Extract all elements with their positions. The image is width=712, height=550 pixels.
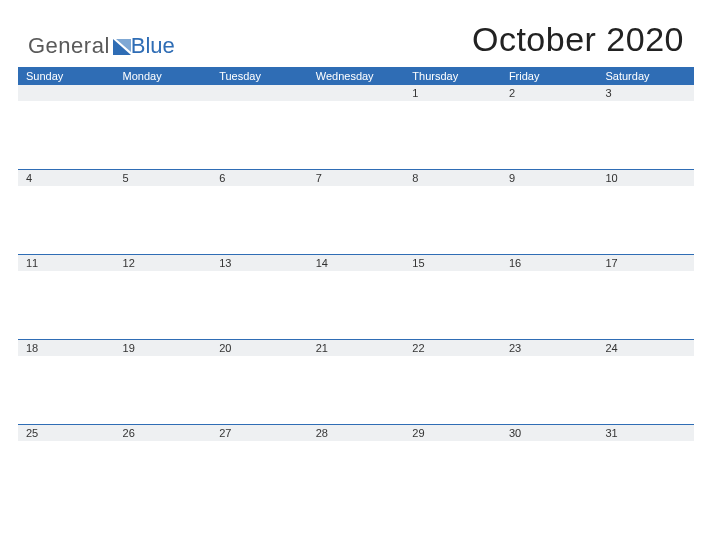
date-number: 27	[219, 427, 231, 439]
day-cell: 30	[501, 425, 598, 509]
date-number: 5	[123, 172, 129, 184]
date-number: 14	[316, 257, 328, 269]
day-cell: 27	[211, 425, 308, 509]
date-number: 29	[412, 427, 424, 439]
date-number: 17	[605, 257, 617, 269]
date-number: 4	[26, 172, 32, 184]
day-cell: 4	[18, 170, 115, 254]
date-number: 15	[412, 257, 424, 269]
day-cell: 6	[211, 170, 308, 254]
day-header-cell: Saturday	[597, 67, 694, 85]
date-band: 16	[501, 255, 598, 271]
date-band: 17	[597, 255, 694, 271]
day-header-cell: Wednesday	[308, 67, 405, 85]
brand-word-2: Blue	[131, 33, 175, 59]
date-band: 6	[211, 170, 308, 186]
date-number: 31	[605, 427, 617, 439]
date-number: 10	[605, 172, 617, 184]
day-header-cell: Thursday	[404, 67, 501, 85]
date-number: 22	[412, 342, 424, 354]
day-cell: 10	[597, 170, 694, 254]
week-row: 25262728293031	[18, 424, 694, 509]
date-band: 25	[18, 425, 115, 441]
date-band: 10	[597, 170, 694, 186]
date-band: 26	[115, 425, 212, 441]
date-band: 12	[115, 255, 212, 271]
date-number: 30	[509, 427, 521, 439]
date-number: 20	[219, 342, 231, 354]
week-row: 11121314151617	[18, 254, 694, 339]
date-number: 28	[316, 427, 328, 439]
day-cell: 11	[18, 255, 115, 339]
day-cell: 31	[597, 425, 694, 509]
day-cell: 17	[597, 255, 694, 339]
day-cell: 8	[404, 170, 501, 254]
brand-word-1: General	[28, 33, 110, 59]
date-band	[308, 85, 405, 101]
date-band: 5	[115, 170, 212, 186]
date-number: 23	[509, 342, 521, 354]
calendar-title: October 2020	[472, 20, 684, 59]
date-band: 23	[501, 340, 598, 356]
date-number: 19	[123, 342, 135, 354]
date-band: 13	[211, 255, 308, 271]
day-cell: 12	[115, 255, 212, 339]
date-number: 2	[509, 87, 515, 99]
day-cell: 1	[404, 85, 501, 169]
date-band: 30	[501, 425, 598, 441]
calendar-grid: Sunday Monday Tuesday Wednesday Thursday…	[18, 67, 694, 509]
date-band: 3	[597, 85, 694, 101]
date-band: 7	[308, 170, 405, 186]
day-cell: 28	[308, 425, 405, 509]
date-number: 18	[26, 342, 38, 354]
date-band: 24	[597, 340, 694, 356]
day-cell	[18, 85, 115, 169]
date-band: 9	[501, 170, 598, 186]
date-number: 1	[412, 87, 418, 99]
date-number: 7	[316, 172, 322, 184]
date-number: 16	[509, 257, 521, 269]
date-band: 21	[308, 340, 405, 356]
date-band: 27	[211, 425, 308, 441]
day-cell: 7	[308, 170, 405, 254]
date-number: 6	[219, 172, 225, 184]
day-header-cell: Friday	[501, 67, 598, 85]
day-cell: 29	[404, 425, 501, 509]
date-number: 24	[605, 342, 617, 354]
date-band: 15	[404, 255, 501, 271]
day-cell	[115, 85, 212, 169]
day-header-cell: Monday	[115, 67, 212, 85]
date-band: 18	[18, 340, 115, 356]
day-cell: 19	[115, 340, 212, 424]
day-cell: 23	[501, 340, 598, 424]
day-header-cell: Tuesday	[211, 67, 308, 85]
day-cell: 13	[211, 255, 308, 339]
date-number: 12	[123, 257, 135, 269]
week-row: 18192021222324	[18, 339, 694, 424]
date-band: 1	[404, 85, 501, 101]
day-cell: 18	[18, 340, 115, 424]
date-number: 8	[412, 172, 418, 184]
date-band: 2	[501, 85, 598, 101]
date-band	[211, 85, 308, 101]
day-header-row: Sunday Monday Tuesday Wednesday Thursday…	[18, 67, 694, 85]
day-cell: 2	[501, 85, 598, 169]
week-row: 45678910	[18, 169, 694, 254]
day-cell: 24	[597, 340, 694, 424]
day-cell: 20	[211, 340, 308, 424]
day-cell: 21	[308, 340, 405, 424]
brand-logo: General Blue	[28, 33, 175, 59]
day-header-cell: Sunday	[18, 67, 115, 85]
date-number: 26	[123, 427, 135, 439]
date-band: 31	[597, 425, 694, 441]
date-band	[115, 85, 212, 101]
date-band: 4	[18, 170, 115, 186]
day-cell: 16	[501, 255, 598, 339]
day-cell: 25	[18, 425, 115, 509]
date-band: 19	[115, 340, 212, 356]
brand-triangle-icon	[113, 39, 131, 55]
day-cell: 15	[404, 255, 501, 339]
day-cell: 14	[308, 255, 405, 339]
day-cell	[211, 85, 308, 169]
day-cell: 3	[597, 85, 694, 169]
